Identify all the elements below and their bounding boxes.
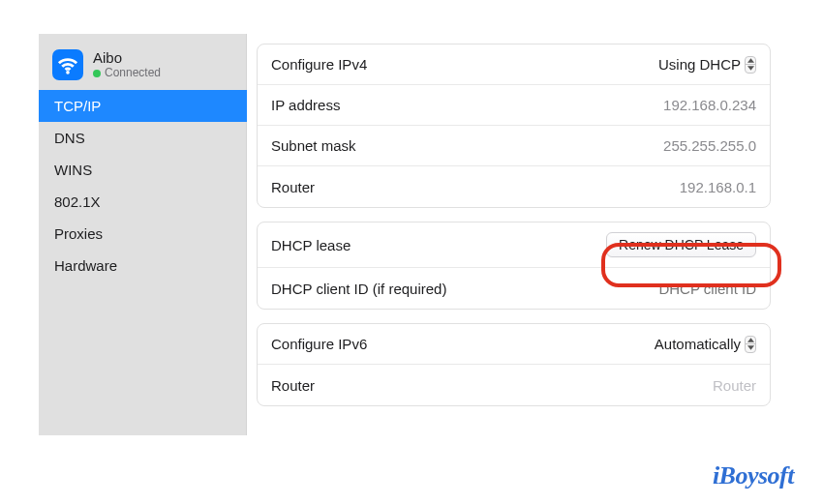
dhcp-group: DHCP lease Renew DHCP Lease DHCP client … — [257, 222, 771, 310]
row-label: DHCP client ID (if required) — [271, 281, 446, 297]
row-router-ipv6: Router Router — [258, 365, 770, 405]
sidebar-item-label: Proxies — [54, 225, 103, 242]
configure-ipv6-popup[interactable]: Automatically — [655, 336, 756, 353]
row-subnet-mask: Subnet mask 255.255.255.0 — [258, 126, 770, 166]
row-dhcp-client-id: DHCP client ID (if required) — [258, 268, 770, 309]
ip-address-value: 192.168.0.234 — [663, 97, 756, 113]
watermark: iBoysoft — [713, 461, 794, 490]
wifi-icon — [52, 49, 83, 80]
settings-window: Aibo Connected TCP/IP DNS WINS 802.1X Pr… — [39, 34, 784, 435]
sidebar-item-label: Hardware — [54, 257, 117, 274]
row-router-ipv4: Router 192.168.0.1 — [258, 166, 770, 207]
subnet-mask-value: 255.255.255.0 — [663, 137, 756, 154]
popup-value: Automatically — [655, 336, 741, 352]
renew-dhcp-lease-button[interactable]: Renew DHCP Lease — [606, 232, 756, 257]
row-dhcp-lease: DHCP lease Renew DHCP Lease — [258, 222, 770, 268]
sidebar-item-label: WINS — [54, 162, 92, 178]
ipv4-group: Configure IPv4 Using DHCP IP address 192… — [257, 44, 771, 208]
network-status-text: Connected — [105, 66, 161, 79]
row-label: IP address — [271, 97, 340, 113]
network-name: Aibo — [93, 49, 161, 66]
sidebar-item-label: DNS — [54, 130, 85, 146]
row-label: DHCP lease — [271, 237, 351, 253]
row-label: Subnet mask — [271, 137, 356, 154]
network-header: Aibo Connected — [39, 47, 247, 90]
router-ipv4-value: 192.168.0.1 — [680, 179, 756, 195]
sidebar-item-proxies[interactable]: Proxies — [39, 218, 247, 250]
content-pane: Configure IPv4 Using DHCP IP address 192… — [247, 34, 784, 435]
row-label: Configure IPv6 — [271, 336, 367, 352]
sidebar-item-tcpip[interactable]: TCP/IP — [39, 90, 247, 122]
dhcp-client-id-input[interactable] — [601, 281, 756, 297]
router-ipv6-value: Router — [713, 377, 756, 394]
sidebar: Aibo Connected TCP/IP DNS WINS 802.1X Pr… — [39, 34, 247, 435]
sidebar-item-8021x[interactable]: 802.1X — [39, 186, 247, 218]
updown-icon — [745, 336, 756, 353]
row-ip-address: IP address 192.168.0.234 — [258, 85, 770, 126]
updown-icon — [745, 56, 756, 74]
row-label: Router — [271, 377, 315, 394]
row-label: Configure IPv4 — [271, 56, 367, 73]
sidebar-item-wins[interactable]: WINS — [39, 154, 247, 186]
row-label: Router — [271, 179, 315, 195]
sidebar-item-hardware[interactable]: Hardware — [39, 250, 247, 282]
network-status: Connected — [93, 67, 161, 80]
status-dot-icon — [93, 70, 101, 77]
sidebar-item-dns[interactable]: DNS — [39, 122, 247, 154]
row-configure-ipv6: Configure IPv6 Automatically — [258, 324, 770, 365]
sidebar-item-label: 802.1X — [54, 193, 101, 210]
popup-value: Using DHCP — [658, 56, 741, 73]
row-configure-ipv4: Configure IPv4 Using DHCP — [258, 44, 770, 85]
ipv6-group: Configure IPv6 Automatically Router Rout… — [257, 323, 771, 406]
sidebar-list: TCP/IP DNS WINS 802.1X Proxies Hardware — [39, 90, 247, 282]
sidebar-item-label: TCP/IP — [54, 98, 101, 114]
configure-ipv4-popup[interactable]: Using DHCP — [658, 56, 756, 74]
